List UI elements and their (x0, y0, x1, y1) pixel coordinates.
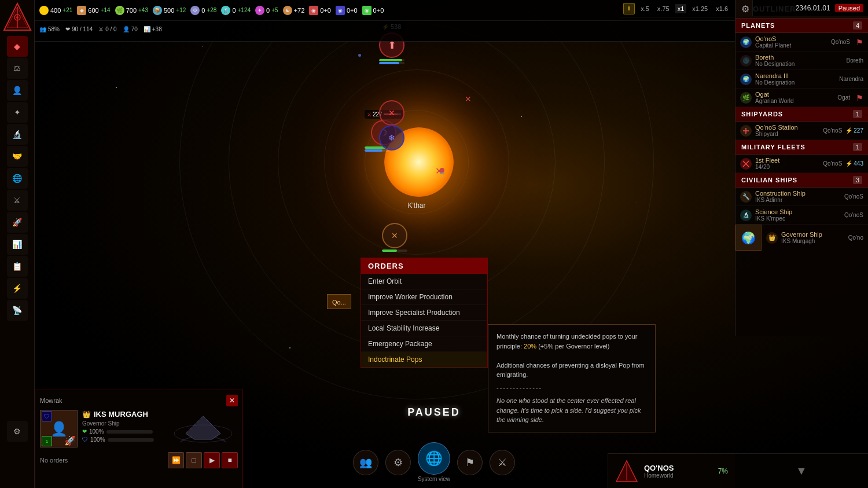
speed-controls: ⏸ x.5 x.75 x1 x1.25 x1.6 (619, 0, 735, 17)
section-civilian[interactable]: CIVILIAN SHIPS 3 (735, 173, 868, 188)
fleet-item-1st[interactable]: 1st Fleet 14/20 Qo'noS ⚡ 443 (735, 155, 868, 173)
order-local-stability[interactable]: Local Stability Increase (361, 321, 487, 336)
sidebar-icon-settings[interactable]: ⚙ (7, 421, 28, 442)
fleet-marker-blue[interactable]: ❄ (379, 125, 404, 151)
population: ❤ 90 / 114 (65, 26, 93, 32)
planet-marker-2[interactable]: ✕ (465, 94, 472, 104)
nav-flag-btn[interactable]: ⚑ (457, 450, 483, 475)
ship-3d-view (168, 408, 238, 454)
shipyard-item-qonos[interactable]: Qo'noS Station Shipyard Qo'noS ⚡ 227 (735, 122, 868, 140)
fleet-marker-cross[interactable]: ✕ (382, 223, 407, 252)
pause-button[interactable]: ⏸ (623, 3, 635, 14)
outliner-bottom-scroll[interactable]: ▼ (735, 453, 868, 488)
section-military[interactable]: MILITARY FLEETS 1 (735, 140, 868, 155)
tooltip-line2: Additional chances of preventing a dislo… (496, 361, 647, 380)
speed-16[interactable]: x1.6 (713, 4, 730, 13)
paused-text: PAUSED (407, 406, 461, 419)
resource-extra3: ◉ 0+0 (362, 6, 384, 15)
alert-icon: ⚑ (856, 38, 863, 47)
planet-item-boreth[interactable]: 🌑 Boreth No Designation Boreth (735, 52, 868, 70)
scroll-down-icon: ▼ (796, 464, 807, 478)
civilian-governor-row[interactable]: 🌍 👑 Governor Ship IKS Murgagh Qo'no (735, 225, 868, 251)
ship-main-name: IKS MURGAGH (94, 410, 148, 419)
ship-action-danger1[interactable]: ▶ (204, 452, 220, 468)
speed-125[interactable]: x1.25 (690, 4, 710, 13)
outliner-panel: ⚙ OUTLINER 📌 PLANETS 4 🌍 Qo'noS Capital … (735, 0, 868, 336)
nav-empire-btn[interactable]: ⚙ (385, 450, 411, 475)
orders-menu: ORDERS Enter Orbit Improve Worker Produc… (361, 258, 488, 368)
ship-footer: No orders ⏩ □ ▶ ■ (40, 452, 238, 468)
ship-panel-close[interactable]: ✕ (226, 395, 238, 406)
faction-sub: Homeworld (644, 472, 674, 479)
extra3-icon: ◉ (362, 6, 372, 15)
nav-system-item: 🌐 System view (418, 442, 450, 482)
ship-action-orbit[interactable]: □ (186, 452, 202, 468)
planet-item-ogat[interactable]: 🌿 Ogat Agrarian World Ogat ⚑ (735, 89, 868, 107)
sidebar-icon-federation[interactable]: 🌐 (7, 168, 28, 189)
sidebar-icon-situations[interactable]: ⚡ (7, 278, 28, 299)
clock: 2346.01.01 Paused (752, 0, 868, 16)
svg-point-4 (16, 16, 19, 19)
ship-action-danger2[interactable]: ■ (222, 452, 238, 468)
paused-badge: Paused (835, 4, 863, 12)
ship-panel: Mowrak ✕ 👤 🚀 1 🛡 👑 IKS MURGAGH Governor … (35, 390, 243, 488)
planet-item-narendra[interactable]: 🌍 Narendra III No Designation Narendra (735, 70, 868, 89)
sidebar-icon-ships[interactable]: 🚀 (7, 212, 28, 233)
tooltip-flavor: No one who stood at the center ever effe… (496, 396, 647, 425)
sidebar-icon-research[interactable]: 🔬 (7, 124, 28, 145)
nav-system-btn[interactable]: 🌐 (418, 442, 450, 475)
fleet-label[interactable]: Qo... (327, 294, 351, 309)
armies: ⚔ 0 / 0 (98, 26, 116, 32)
order-indoctrinate-pops[interactable]: Indoctrinate Pops (361, 352, 487, 368)
consumer-icon: 📦 (153, 6, 162, 15)
section-planets[interactable]: PLANETS 4 (735, 19, 868, 33)
sidebar-icon-events[interactable]: 📋 (7, 256, 28, 277)
faction-approval: 7% (718, 467, 728, 475)
sidebar-icon-economy[interactable]: 📊 (7, 234, 28, 255)
order-improve-worker[interactable]: Improve Worker Production (361, 289, 487, 305)
order-emergency-package[interactable]: Emergency Package (361, 336, 487, 352)
order-improve-specialist[interactable]: Improve Specialist Production (361, 305, 487, 321)
sidebar-icon-diplomacy[interactable]: 🤝 (7, 146, 28, 167)
sidebar-icon-factions[interactable]: ✦ (7, 102, 28, 123)
mineral-icon: ◆ (77, 6, 86, 15)
speed-half[interactable]: x.5 (638, 4, 652, 13)
section-shipyards[interactable]: SHIPYARDS 1 (735, 107, 868, 122)
sidebar-icon-military[interactable]: ⚔ (7, 190, 28, 211)
gear-icon: ⚙ (741, 3, 749, 14)
small-planet-marker: 7 (440, 168, 444, 179)
faction-info[interactable]: QO'NOS Homeworld 7% (608, 453, 735, 488)
science-icon: 🔬 (221, 6, 230, 15)
planet-item-qonos[interactable]: 🌍 Qo'noS Capital Planet Qo'noS ⚑ (735, 33, 868, 52)
nav-combat-btn[interactable]: ⚔ (490, 450, 515, 475)
faction-emblem (615, 460, 638, 483)
civilian-science[interactable]: 🔬 Science Ship IKS K'mpec Qo'noS (735, 206, 868, 225)
left-sidebar: ◆ ⚖ 👤 ✦ 🔬 🤝 🌐 ⚔ 🚀 📊 📋 ⚡ 📡 ⚙ (0, 0, 35, 488)
nav-population-item: 👥 (353, 450, 378, 475)
nav-combat-item: ⚔ (490, 450, 515, 475)
bottom-nav: 👥 ⚙ 🌐 System view ⚑ ⚔ (353, 442, 515, 482)
resource-mineral: ◆ 600 +14 (77, 6, 110, 15)
sidebar-icon-politics[interactable]: ⚖ (7, 58, 28, 79)
resource-influence: ✦ 0 +5 (255, 6, 278, 15)
ship-avatar: 👤 🚀 1 🛡 (40, 410, 78, 447)
tooltip: Monthly chance of turning undecided pops… (488, 324, 656, 432)
speed-075[interactable]: x.75 (655, 4, 672, 13)
nav-empire-item: ⚙ (385, 450, 411, 475)
order-enter-orbit[interactable]: Enter Orbit (361, 274, 487, 289)
sidebar-icon-contacts[interactable]: 📡 (7, 300, 28, 321)
nav-population-btn[interactable]: 👥 (353, 450, 378, 475)
orders-header: ORDERS (361, 258, 487, 274)
ship-action-move[interactable]: ⏩ (168, 452, 184, 468)
resource-unity: ☯ +72 (283, 6, 305, 15)
sidebar-icon-species[interactable]: 👤 (7, 80, 28, 101)
speed-1[interactable]: x1 (675, 4, 687, 13)
civilian-construction[interactable]: 🔧 Construction Ship IKS Adinhr Qo'noS (735, 188, 868, 206)
fleet-marker-bottom[interactable]: ✕ (379, 100, 404, 126)
ship-panel-header: Mowrak ✕ (40, 395, 238, 406)
extra1-icon: ◉ (309, 6, 318, 15)
ship-type-icon: 👑 (82, 410, 91, 419)
faction-logo[interactable] (3, 2, 32, 31)
sidebar-icon-empire[interactable]: ◆ (7, 36, 28, 57)
alert-icon-ogat: ⚑ (856, 93, 863, 102)
